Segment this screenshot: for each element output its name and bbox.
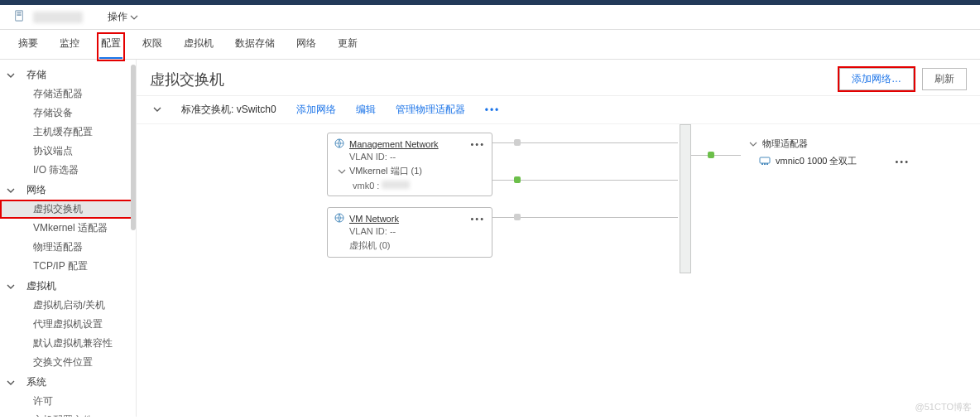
svg-rect-2 [17, 14, 21, 16]
portgroup-expand-vmk[interactable]: VMkernel 端口 (1) [328, 163, 492, 179]
add-network-button[interactable]: 添加网络… [839, 68, 914, 90]
topology-connector [691, 155, 741, 156]
sidebar-group-label: 网络 [26, 183, 46, 197]
topology-connector [521, 180, 678, 181]
sidebar-item-tcpip-config[interactable]: TCP/IP 配置 [0, 257, 136, 276]
sidebar-group-label: 虚拟机 [26, 279, 56, 293]
topology-connector [492, 217, 516, 218]
physical-adapter-box: 物理适配器 vmnic0 1000 全双工 ••• [742, 133, 916, 171]
topology-diagram: Management Network ••• VLAN ID: -- VMker… [137, 124, 980, 417]
portgroup-icon [334, 138, 344, 150]
sidebar-item-storage-devices[interactable]: 存储设备 [0, 104, 136, 123]
portgroup-vlan: VLAN ID: -- [328, 226, 492, 238]
portgroup-title[interactable]: VM Network [349, 214, 399, 224]
tab-vms[interactable]: 虚拟机 [182, 35, 215, 59]
actions-menu[interactable]: 操作 [108, 10, 138, 24]
sidebar-group-system[interactable]: 系统 [0, 372, 136, 392]
sidebar-item-licensing[interactable]: 许可 [0, 392, 136, 411]
chevron-down-icon [153, 105, 161, 113]
svg-rect-5 [760, 157, 770, 163]
refresh-button[interactable]: 刷新 [922, 68, 967, 90]
vmk-ip-blurred [382, 181, 410, 189]
vswitch-row: 标准交换机: vSwitch0 添加网络 编辑 管理物理适配器 ••• [137, 96, 980, 124]
svg-rect-1 [17, 12, 21, 14]
portgroup-vlan: VLAN ID: -- [328, 152, 492, 163]
sidebar-group-vm[interactable]: 虚拟机 [0, 276, 136, 296]
sidebar-item-host-profile[interactable]: 主机配置文件 [0, 411, 136, 417]
portgroup-title[interactable]: Management Network [349, 139, 439, 149]
portgroup-management-network: Management Network ••• VLAN ID: -- VMker… [327, 133, 492, 196]
tab-bar: 摘要 监控 配置 权限 虚拟机 数据存储 网络 更新 [0, 30, 980, 60]
svg-rect-6 [761, 163, 763, 165]
physical-nic-more-menu[interactable]: ••• [895, 157, 910, 167]
chevron-down-icon [7, 282, 15, 291]
vswitch-edit-link[interactable]: 编辑 [356, 103, 376, 117]
topology-connector [521, 142, 678, 143]
chevron-down-icon [749, 140, 757, 148]
portgroup-vm-network: VM Network ••• VLAN ID: -- 虚拟机 (0) [327, 207, 492, 258]
tab-configure[interactable]: 配置 [99, 35, 122, 59]
sidebar-group-network[interactable]: 网络 [0, 180, 136, 200]
sidebar-item-virtual-switches[interactable]: 虚拟交换机 [0, 200, 136, 219]
topology-dot [514, 139, 521, 146]
topology-connector [521, 217, 678, 218]
page-title: 虚拟交换机 [150, 70, 224, 89]
nic-icon [759, 156, 771, 167]
vswitch-body-icon [680, 124, 691, 273]
physical-adapter-header: 物理适配器 [762, 138, 808, 150]
host-icon [13, 10, 25, 24]
sidebar-item-protocol-endpoints[interactable]: 协议端点 [0, 142, 136, 161]
sidebar-item-storage-adapters[interactable]: 存储适配器 [0, 84, 136, 104]
topology-dot-active [708, 152, 714, 158]
topology-connector [492, 142, 516, 143]
sidebar-item-physical-adapters[interactable]: 物理适配器 [0, 238, 136, 257]
sidebar-item-vm-startup[interactable]: 虚拟机启动/关机 [0, 296, 136, 315]
vmk-row: vmk0 : [328, 179, 492, 196]
chevron-down-icon [7, 379, 15, 387]
sidebar-item-default-compat[interactable]: 默认虚拟机兼容性 [0, 334, 136, 353]
svg-rect-7 [764, 163, 766, 165]
vswitch-add-network-link[interactable]: 添加网络 [296, 103, 336, 117]
tab-networks[interactable]: 网络 [295, 35, 318, 59]
svg-rect-8 [766, 163, 768, 165]
vswitch-collapse-toggle[interactable] [153, 104, 161, 116]
vswitch-more-menu[interactable]: ••• [485, 104, 501, 116]
chevron-down-icon [130, 13, 138, 22]
portgroup-icon [334, 213, 344, 224]
scrollbar-handle[interactable] [131, 65, 136, 230]
vswitch-topology-column [661, 124, 709, 273]
config-sidebar: 存储 存储适配器 存储设备 主机缓存配置 协议端点 I/O 筛选器 网络 虚拟交… [0, 60, 137, 417]
sidebar-group-storage[interactable]: 存储 [0, 65, 136, 84]
sidebar-item-vmkernel-adapters[interactable]: VMkernel 适配器 [0, 219, 136, 238]
sidebar-group-label: 存储 [26, 68, 46, 82]
title-bar: 操作 [0, 5, 980, 30]
chevron-down-icon [338, 167, 346, 176]
portgroup-more-menu[interactable]: ••• [470, 214, 485, 224]
host-name-blurred [33, 12, 83, 23]
tab-datastores[interactable]: 数据存储 [233, 35, 276, 59]
main-pane: 虚拟交换机 添加网络… 刷新 标准交换机: vSwitch0 添加网络 编辑 管… [137, 60, 980, 417]
chevron-down-icon [7, 186, 15, 195]
physical-nic-label: vmnic0 1000 全双工 [776, 155, 857, 167]
tab-updates[interactable]: 更新 [336, 35, 359, 59]
sidebar-item-swap-location[interactable]: 交换文件位置 [0, 353, 136, 372]
physical-nic-row[interactable]: vmnic0 1000 全双工 ••• [742, 153, 916, 171]
topology-dot [514, 214, 521, 220]
vswitch-name: 标准交换机: vSwitch0 [181, 103, 276, 117]
sidebar-item-host-cache[interactable]: 主机缓存配置 [0, 123, 136, 142]
tab-permissions[interactable]: 权限 [141, 35, 164, 59]
topology-dot-active [514, 176, 521, 183]
sidebar-item-io-filters[interactable]: I/O 筛选器 [0, 161, 136, 180]
sidebar-group-label: 系统 [26, 375, 46, 389]
portgroup-vm-count: 虚拟机 (0) [328, 238, 492, 257]
tab-summary[interactable]: 摘要 [17, 35, 40, 59]
topology-connector [492, 180, 516, 181]
vswitch-manage-physical-link[interactable]: 管理物理适配器 [396, 103, 465, 117]
watermark: @51CTO博客 [915, 401, 972, 413]
chevron-down-icon [7, 71, 15, 80]
sidebar-item-agent-vm[interactable]: 代理虚拟机设置 [0, 315, 136, 334]
actions-menu-label: 操作 [108, 10, 127, 24]
portgroup-more-menu[interactable]: ••• [470, 139, 485, 149]
main-header: 虚拟交换机 添加网络… 刷新 [137, 60, 980, 96]
tab-monitor[interactable]: 监控 [58, 35, 81, 59]
